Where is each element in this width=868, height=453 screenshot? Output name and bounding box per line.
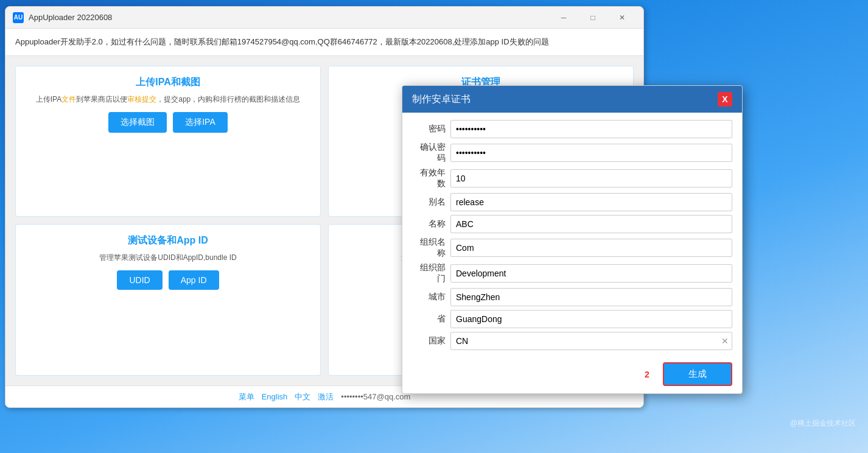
- cert-dialog-title-text: 制作安卓证书: [412, 93, 471, 106]
- password-input[interactable]: [450, 120, 732, 138]
- dept-label: 组织部门: [412, 262, 446, 284]
- org-row: 组织名称: [412, 237, 732, 259]
- upload-title: 上传IPA和截图: [136, 76, 200, 89]
- window-controls: ─ □ ✕: [550, 9, 636, 27]
- english-link[interactable]: English: [262, 392, 288, 401]
- city-row: 城市: [412, 288, 732, 306]
- org-input[interactable]: [450, 239, 732, 257]
- step-2-badge: 2: [645, 370, 649, 379]
- minimize-button[interactable]: ─: [550, 9, 578, 27]
- invite-link[interactable]: 激活: [318, 392, 334, 402]
- upload-desc: 上传IPA文件到苹果商店以便审核提交，提交app，内购和排行榜的截图和描述信息: [36, 94, 300, 105]
- country-row: 国家 ✕: [412, 332, 732, 350]
- choose-screenshot-button[interactable]: 选择截图: [108, 112, 167, 133]
- alias-row: 别名: [412, 193, 732, 211]
- alias-input[interactable]: [450, 193, 732, 211]
- dept-input[interactable]: [450, 264, 732, 283]
- device-title: 测试设备和App ID: [128, 234, 208, 247]
- confirm-password-row: 确认密码: [412, 142, 732, 164]
- watermark: @稀土掘金技术社区: [790, 418, 856, 429]
- choose-ipa-button[interactable]: 选择IPA: [173, 112, 228, 133]
- appid-button[interactable]: App ID: [169, 270, 219, 290]
- confirm-password-input[interactable]: [450, 144, 732, 162]
- cert-form: 密码 确认密码 有效年数 别名 名称 组织名称 组织: [402, 113, 742, 357]
- banner-text: Appuploader开发助手2.0，如过有什么问题，随时联系我们邮箱19745…: [15, 37, 549, 46]
- province-input[interactable]: [450, 310, 732, 328]
- maximize-button[interactable]: □: [579, 9, 607, 27]
- country-label: 国家: [412, 335, 446, 346]
- name-label: 名称: [412, 219, 446, 230]
- menu-link[interactable]: 菜单: [239, 392, 254, 402]
- cert-close-button[interactable]: X: [718, 92, 732, 107]
- udid-button[interactable]: UDID: [117, 270, 162, 290]
- validity-row: 有效年数: [412, 167, 732, 189]
- info-banner: Appuploader开发助手2.0，如过有什么问题，随时联系我们邮箱19745…: [5, 29, 643, 56]
- close-button[interactable]: ✕: [608, 9, 636, 27]
- name-row: 名称: [412, 215, 732, 233]
- province-label: 省: [412, 314, 446, 325]
- validity-input[interactable]: [450, 169, 732, 188]
- country-input-wrapper: ✕: [450, 332, 732, 350]
- province-row: 省: [412, 310, 732, 328]
- cert-footer: 2 生成: [402, 357, 742, 393]
- org-label: 组织名称: [412, 237, 446, 259]
- title-bar: AU AppUploader 20220608 ─ □ ✕: [5, 7, 643, 29]
- window-title: AppUploader 20220608: [29, 13, 550, 22]
- upload-card: 上传IPA和截图 上传IPA文件到苹果商店以便审核提交，提交app，内购和排行榜…: [15, 66, 321, 217]
- country-input[interactable]: [450, 332, 732, 350]
- city-input[interactable]: [450, 288, 732, 306]
- alias-label: 别名: [412, 197, 446, 208]
- validity-label: 有效年数: [412, 167, 446, 189]
- chinese-link[interactable]: 中文: [295, 392, 310, 402]
- confirm-password-label: 确认密码: [412, 142, 446, 164]
- password-row: 密码: [412, 120, 732, 138]
- country-clear-button[interactable]: ✕: [721, 336, 729, 346]
- password-label: 密码: [412, 124, 446, 135]
- dept-row: 组织部门: [412, 262, 732, 284]
- name-input[interactable]: [450, 215, 732, 233]
- generate-button[interactable]: 生成: [663, 362, 732, 386]
- cert-dialog: 制作安卓证书 X 密码 确认密码 有效年数 别名 名称: [402, 85, 743, 394]
- cert-dialog-title: 制作安卓证书 X: [402, 86, 742, 113]
- email-text: ••••••••547@qq.com: [341, 392, 410, 401]
- upload-buttons: 选择截图 选择IPA: [108, 112, 228, 133]
- city-label: 城市: [412, 292, 446, 303]
- device-desc: 管理苹果测试设备UDID和AppID,bundle ID: [99, 252, 236, 263]
- app-icon: AU: [13, 12, 24, 23]
- device-buttons: UDID App ID: [117, 270, 219, 290]
- device-card: 测试设备和App ID 管理苹果测试设备UDID和AppID,bundle ID…: [15, 224, 321, 376]
